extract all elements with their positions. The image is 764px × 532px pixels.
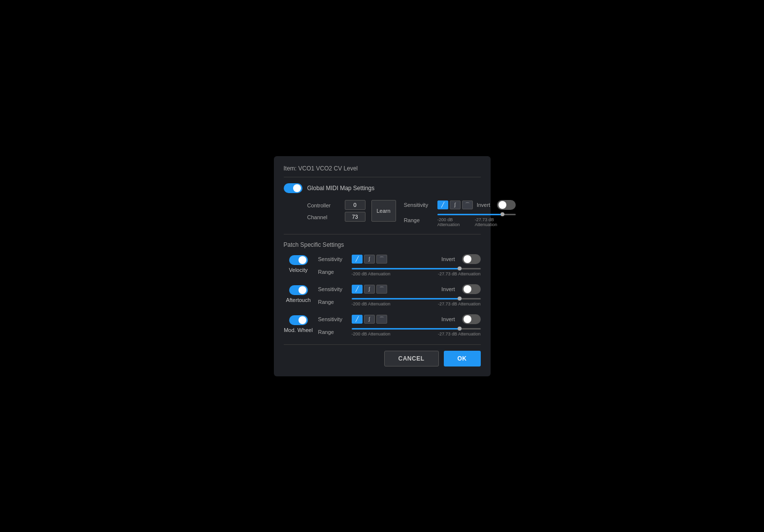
aftertouch-range-slider[interactable] <box>352 298 481 299</box>
aftertouch-invert-toggle[interactable] <box>462 284 481 294</box>
velocity-section: Velocity Sensitivity ╱ ∫ ⌒ Invert <box>284 254 481 276</box>
modwheel-sensitivity-row: Sensitivity ╱ ∫ ⌒ Invert <box>318 314 481 324</box>
cancel-button[interactable]: CANCEL <box>384 351 439 366</box>
modwheel-section: Mod. Wheel Sensitivity ╱ ∫ ⌒ Invert <box>284 314 481 336</box>
aftertouch-invert-label: Invert <box>441 286 455 292</box>
velocity-curve-exp[interactable]: ⌒ <box>376 255 387 264</box>
aftertouch-range-labels: -200 dB Attenuation -27.73 dB Attenuatio… <box>352 301 481 306</box>
velocity-sensitivity-row: Sensitivity ╱ ∫ ⌒ Invert <box>318 254 481 264</box>
global-curve-log[interactable]: ∫ <box>450 200 461 209</box>
aftertouch-range-label: Range <box>318 299 348 305</box>
global-range-label: Range <box>404 217 433 223</box>
modwheel-toggle-thumb <box>299 316 306 324</box>
velocity-range-row: Range -200 dB Attenuation -27.73 dB Atte… <box>318 268 481 276</box>
global-invert-track[interactable] <box>497 200 516 210</box>
global-curve-buttons: ╱ ∫ ⌒ <box>437 200 473 209</box>
velocity-toggle-col: Velocity <box>284 254 313 273</box>
controller-channel-block: Controller Channel <box>307 200 365 222</box>
modwheel-range-slider[interactable] <box>352 328 481 330</box>
controller-row: Controller <box>307 200 365 210</box>
aftertouch-invert-thumb <box>464 285 471 293</box>
channel-input[interactable] <box>345 212 365 222</box>
aftertouch-curve-buttons: ╱ ∫ ⌒ <box>352 285 387 294</box>
velocity-invert-track[interactable] <box>462 254 481 264</box>
global-controls-col: Sensitivity ╱ ∫ ⌒ Invert Range <box>404 200 516 227</box>
global-range-slider[interactable] <box>437 214 516 215</box>
global-curve-linear[interactable]: ╱ <box>437 200 448 209</box>
velocity-label: Velocity <box>284 267 313 273</box>
global-toggle-track[interactable] <box>284 183 302 193</box>
global-invert-thumb <box>498 201 506 209</box>
velocity-curve-log[interactable]: ∫ <box>364 255 375 264</box>
aftertouch-toggle-thumb <box>299 286 306 294</box>
aftertouch-label: Aftertouch <box>284 297 313 303</box>
aftertouch-toggle[interactable] <box>289 285 308 295</box>
ok-button[interactable]: OK <box>444 351 481 366</box>
aftertouch-range-min: -200 dB Attenuation <box>352 301 391 306</box>
modwheel-controls: Sensitivity ╱ ∫ ⌒ Invert Range <box>318 314 481 336</box>
controller-label: Controller <box>307 201 342 208</box>
velocity-range-labels: -200 dB Attenuation -27.73 dB Attenuatio… <box>352 271 481 276</box>
global-range-labels: -200 dB Attenuation -27.73 dB Attenuatio… <box>437 217 516 227</box>
velocity-toggle[interactable] <box>289 255 308 265</box>
modwheel-range-max: -27.73 dB Attenuation <box>438 332 481 336</box>
global-range-row: Range -200 dB Attenuation -27.73 dB Atte… <box>404 214 516 227</box>
modwheel-range-label: Range <box>318 329 348 335</box>
modwheel-curve-linear[interactable]: ╱ <box>352 315 363 324</box>
velocity-curve-linear[interactable]: ╱ <box>352 255 363 264</box>
modwheel-invert-toggle[interactable] <box>462 314 481 324</box>
global-sensitivity-row: Sensitivity ╱ ∫ ⌒ Invert <box>404 200 516 210</box>
modwheel-toggle[interactable] <box>289 315 308 325</box>
modwheel-range-min: -200 dB Attenuation <box>352 332 391 336</box>
velocity-toggle-track[interactable] <box>289 255 308 265</box>
velocity-range-min: -200 dB Attenuation <box>352 271 391 276</box>
velocity-sensitivity-label: Sensitivity <box>318 256 348 262</box>
modwheel-label: Mod. Wheel <box>284 327 313 333</box>
modwheel-curve-buttons: ╱ ∫ ⌒ <box>352 315 387 324</box>
modwheel-curve-log[interactable]: ∫ <box>364 315 375 324</box>
velocity-range-wrap: -200 dB Attenuation -27.73 dB Attenuatio… <box>352 268 481 276</box>
global-divider <box>284 234 481 234</box>
global-invert-label: Invert <box>477 202 491 208</box>
velocity-range-label: Range <box>318 269 348 275</box>
modwheel-invert-track[interactable] <box>462 314 481 324</box>
modwheel-toggle-col: Mod. Wheel <box>284 314 313 333</box>
modwheel-invert-thumb <box>464 315 471 323</box>
aftertouch-curve-linear[interactable]: ╱ <box>352 285 363 294</box>
velocity-toggle-thumb <box>299 256 306 264</box>
global-toggle-thumb <box>293 184 301 192</box>
velocity-range-max: -27.73 dB Attenuation <box>438 271 481 276</box>
velocity-invert-thumb <box>464 255 471 263</box>
global-invert-toggle[interactable] <box>497 200 516 210</box>
aftertouch-sensitivity-label: Sensitivity <box>318 286 348 292</box>
aftertouch-toggle-col: Aftertouch <box>284 284 313 303</box>
aftertouch-curve-exp[interactable]: ⌒ <box>376 285 387 294</box>
controller-input[interactable] <box>345 200 365 210</box>
global-toggle[interactable] <box>284 183 302 193</box>
aftertouch-section: Aftertouch Sensitivity ╱ ∫ ⌒ Invert <box>284 284 481 306</box>
aftertouch-invert-track[interactable] <box>462 284 481 294</box>
modwheel-toggle-track[interactable] <box>289 315 308 325</box>
aftertouch-range-row: Range -200 dB Attenuation -27.73 dB Atte… <box>318 298 481 306</box>
aftertouch-sensitivity-row: Sensitivity ╱ ∫ ⌒ Invert <box>318 284 481 294</box>
modwheel-sensitivity-label: Sensitivity <box>318 316 348 322</box>
channel-row: Channel <box>307 212 365 222</box>
global-range-min: -200 dB Attenuation <box>437 217 475 227</box>
velocity-controls: Sensitivity ╱ ∫ ⌒ Invert Range <box>318 254 481 276</box>
velocity-range-slider[interactable] <box>352 268 481 269</box>
patch-title: Patch Specific Settings <box>284 241 481 248</box>
learn-button[interactable]: Learn <box>371 200 396 222</box>
aftertouch-toggle-track[interactable] <box>289 285 308 295</box>
patch-specific-section: Patch Specific Settings Velocity Sensiti… <box>284 241 481 336</box>
velocity-curve-buttons: ╱ ∫ ⌒ <box>352 255 387 264</box>
global-sensitivity-label: Sensitivity <box>404 202 433 208</box>
aftertouch-range-max: -27.73 dB Attenuation <box>438 301 481 306</box>
global-curve-exp[interactable]: ⌒ <box>462 200 473 209</box>
aftertouch-range-wrap: -200 dB Attenuation -27.73 dB Attenuatio… <box>352 298 481 306</box>
modwheel-curve-exp[interactable]: ⌒ <box>376 315 387 324</box>
modwheel-range-wrap: -200 dB Attenuation -27.73 dB Attenuatio… <box>352 328 481 336</box>
aftertouch-curve-log[interactable]: ∫ <box>364 285 375 294</box>
global-header: Global MIDI Map Settings <box>284 183 481 193</box>
midi-map-dialog: Item: VCO1 VCO2 CV Level Global MIDI Map… <box>274 156 491 376</box>
velocity-invert-toggle[interactable] <box>462 254 481 264</box>
